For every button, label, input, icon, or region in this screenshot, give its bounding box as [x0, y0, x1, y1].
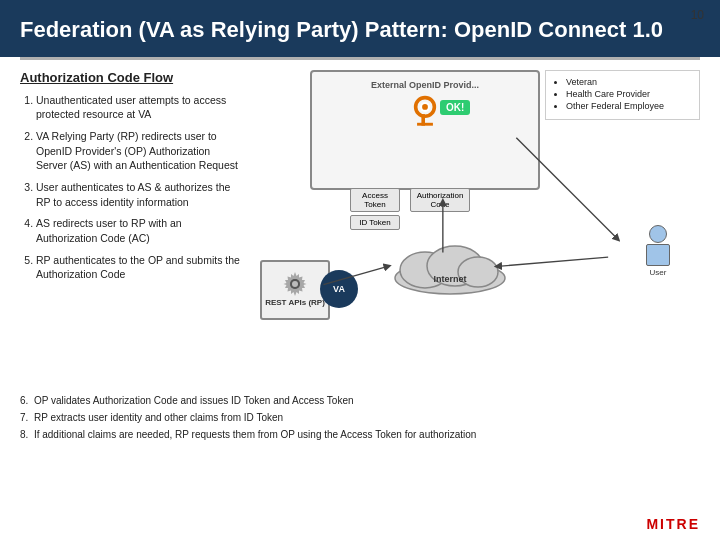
step-3: User authenticates to AS & authorizes th…	[36, 180, 240, 209]
gear-icon	[281, 270, 309, 298]
step-8: 8. If additional claims are needed, RP r…	[20, 428, 700, 442]
svg-text:Internet: Internet	[433, 274, 466, 284]
internet-cloud-icon: Internet	[390, 240, 510, 295]
bottom-steps: 6. OP validates Authorization Code and i…	[0, 390, 720, 449]
step-1: Unauthenticated user attempts to access …	[36, 93, 240, 122]
svg-rect-2	[417, 122, 433, 125]
id-token-box: ID Token	[350, 215, 400, 230]
steps-list: Unauthenticated user attempts to access …	[20, 93, 240, 283]
oidc-logo-icon	[407, 94, 443, 130]
svg-point-4	[422, 104, 428, 110]
diagram-area: Veteran Health Care Provider Other Feder…	[250, 70, 700, 380]
oidc-provider-box: External OpenID Provid...	[310, 70, 540, 190]
diagram-container: Veteran Health Care Provider Other Feder…	[250, 70, 700, 380]
header: Federation (VA as Relying Party) Pattern…	[0, 0, 720, 57]
veteran-box: Veteran Health Care Provider Other Feder…	[545, 70, 700, 120]
va-logo-icon: VA	[320, 270, 358, 308]
rest-api-label: REST APIs (RP)	[265, 298, 325, 308]
left-panel: Authorization Code Flow Unauthenticated …	[20, 70, 240, 380]
step-6: 6. OP validates Authorization Code and i…	[20, 394, 700, 408]
step-5: RP authenticates to the OP and submits t…	[36, 253, 240, 282]
user-body-icon	[646, 244, 670, 266]
mitre-text: MITRE	[646, 516, 700, 532]
auth-title: Authorization Code Flow	[20, 70, 240, 85]
svg-line-16	[498, 257, 608, 266]
veteran-item-2: Health Care Provider	[566, 89, 691, 99]
access-token-box: Access Token	[350, 188, 400, 212]
veteran-item-3: Other Federal Employee	[566, 101, 691, 111]
oidc-provider-label: External OpenID Provid...	[371, 80, 479, 90]
user-head-icon	[649, 225, 667, 243]
step-7: 7. RP extracts user identity and other c…	[20, 411, 700, 425]
user-label: User	[650, 268, 667, 277]
user-figure: User	[646, 225, 670, 277]
page-title: Federation (VA as Relying Party) Pattern…	[20, 16, 700, 45]
step-2: VA Relying Party (RP) redirects user to …	[36, 129, 240, 173]
ok-badge: OK!	[440, 100, 470, 115]
veteran-item-1: Veteran	[566, 77, 691, 87]
svg-point-12	[292, 281, 298, 287]
page-number: 10	[691, 8, 704, 22]
step-4: AS redirects user to RP with an Authoriz…	[36, 216, 240, 245]
mitre-logo: MITRE	[646, 516, 700, 532]
auth-code-box: Authorization Code	[410, 188, 470, 212]
